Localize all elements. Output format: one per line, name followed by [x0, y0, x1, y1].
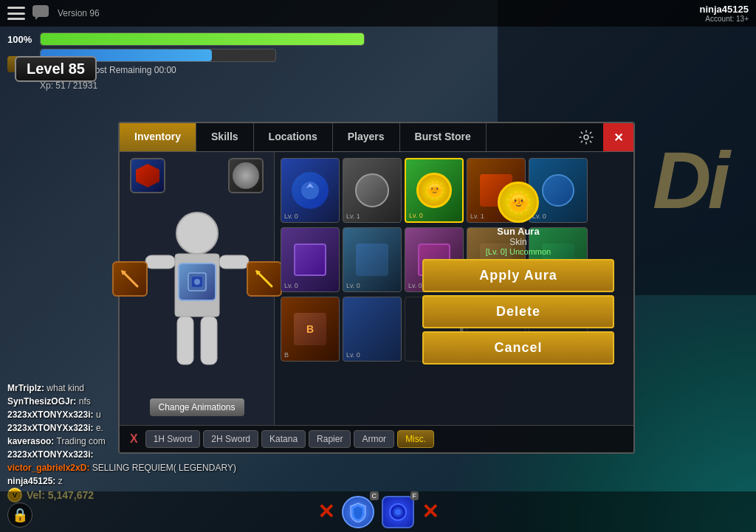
chat-name-7: victor_gabrielx2xD: — [7, 463, 89, 473]
head-slot-icon — [136, 164, 159, 187]
dis-text: Di — [653, 133, 726, 227]
chat-name-8: ninja45125: — [7, 476, 55, 486]
tab-burst-store[interactable]: Burst Store — [400, 123, 487, 151]
context-item-rarity: [Lv. 0] Uncommon — [486, 247, 551, 256]
inv-slot-11[interactable]: B B — [281, 297, 340, 362]
character-figure — [134, 196, 260, 388]
svg-rect-5 — [145, 255, 175, 269]
topbar: Version 96 ninja45125 Account: 13+ — [0, 0, 756, 27]
chat-name-6: 2323xXTONYXx323i: — [7, 449, 94, 460]
chat-name-2: SynThesizOGJr: — [7, 396, 76, 407]
filter-bar: X 1H Sword 2H Sword Katana Rapier Armor … — [120, 425, 633, 452]
chat-line-7: victor_gabrielx2xD: SELLING REQUIEM( LEG… — [7, 461, 303, 474]
equip-chest-slot[interactable] — [178, 263, 216, 301]
filter-1h-sword[interactable]: 1H Sword — [145, 430, 201, 448]
xp-bar-outer — [40, 32, 365, 46]
context-item-icon: 🌞 — [498, 182, 539, 223]
tab-skills[interactable]: Skills — [196, 123, 254, 151]
xp-bar-fill — [41, 33, 364, 45]
svg-point-2 — [395, 509, 401, 515]
filter-misc[interactable]: Misc. — [397, 430, 434, 448]
filter-armor[interactable]: Armor — [354, 430, 394, 448]
filter-katana[interactable]: Katana — [261, 430, 306, 448]
settings-icon[interactable] — [569, 123, 603, 151]
username: ninja45125 — [700, 4, 749, 15]
tab-players[interactable]: Players — [333, 123, 400, 151]
filter-rapier[interactable]: Rapier — [309, 430, 351, 448]
lock-icon[interactable]: 🔒 — [7, 502, 32, 528]
bottom-bar: ✕ ✕ — [0, 491, 756, 532]
tabs-bar: Inventory Skills Locations Players Burst… — [120, 123, 633, 152]
cancel-button[interactable]: Cancel — [422, 331, 614, 365]
percent-label: 100% — [7, 34, 35, 45]
xp-text: Xp: 51 / 21931 — [40, 80, 97, 91]
apply-aura-button[interactable]: Apply Aura — [422, 259, 614, 292]
delete-button[interactable]: Delete — [422, 295, 614, 328]
chat-icon[interactable] — [32, 5, 52, 21]
slot-2-icon — [233, 162, 259, 189]
equip-weapon-left[interactable] — [112, 261, 148, 297]
svg-line-14 — [257, 272, 272, 286]
context-item-sub: Skin — [509, 237, 526, 247]
bottom-x-right[interactable]: ✕ — [422, 500, 439, 524]
chat-name-5: kaverasoo: — [7, 436, 54, 446]
boost-text: Boost Remaining 00:00 — [84, 65, 176, 75]
inv-slot-2[interactable]: Lv. 1 — [343, 158, 402, 223]
inventory-panel: Inventory Skills Locations Players Burst… — [118, 122, 635, 454]
tab-locations[interactable]: Locations — [254, 123, 333, 151]
equip-slot-2[interactable] — [228, 158, 264, 193]
context-menu: 🌞 Sun Aura Skin [Lv. 0] Uncommon Apply A… — [422, 182, 614, 367]
account-label: Account: 13+ — [700, 15, 749, 23]
chat-line-8: ninja45125: z — [7, 474, 303, 488]
equip-slot-head[interactable] — [130, 158, 165, 193]
svg-point-11 — [194, 279, 200, 285]
version-label: Version 96 — [58, 8, 700, 18]
inv-slot-7[interactable]: Lv. 0 — [343, 227, 402, 292]
bottom-portal-icon[interactable] — [382, 496, 414, 528]
context-item-preview: 🌞 Sun Aura Skin [Lv. 0] Uncommon — [422, 182, 614, 256]
level-badge: Level 85 — [15, 56, 97, 82]
hamburger-menu-icon[interactable] — [7, 7, 25, 20]
chat-name-3: 2323xXTONYXx323i: — [7, 410, 94, 420]
chat-name-1: MrTriplz: — [7, 383, 44, 393]
close-panel-button[interactable]: ✕ — [603, 123, 633, 151]
inv-slot-12[interactable]: Lv. 0 — [343, 297, 402, 362]
bottom-x-left[interactable]: ✕ — [317, 500, 334, 524]
character-area: Change Animations — [120, 152, 275, 425]
user-info: ninja45125 Account: 13+ — [700, 4, 749, 23]
filter-x-button[interactable]: X — [126, 432, 142, 446]
bottom-shield-icon[interactable] — [342, 496, 374, 528]
panel-body: Change Animations Lv. 0 Lv. 1 🌞 — [120, 152, 633, 425]
svg-rect-8 — [201, 317, 217, 365]
svg-rect-7 — [177, 317, 193, 365]
svg-point-3 — [176, 213, 218, 254]
context-item-name: Sun Aura — [497, 226, 539, 237]
svg-rect-6 — [219, 255, 249, 269]
inv-slot-1[interactable]: Lv. 0 — [281, 158, 340, 223]
filter-2h-sword[interactable]: 2H Sword — [203, 430, 258, 448]
tab-inventory[interactable]: Inventory — [120, 123, 196, 151]
chat-name-4: 2323xXTONYXx323i: — [7, 423, 94, 433]
svg-line-12 — [123, 272, 137, 286]
inventory-grid-area: Lv. 0 Lv. 1 🌞 Lv. 0 Lv. 1 Lv. 0 — [275, 152, 633, 425]
change-animations-button[interactable]: Change Animations — [149, 398, 244, 416]
inv-slot-6[interactable]: Lv. 0 — [281, 227, 340, 292]
